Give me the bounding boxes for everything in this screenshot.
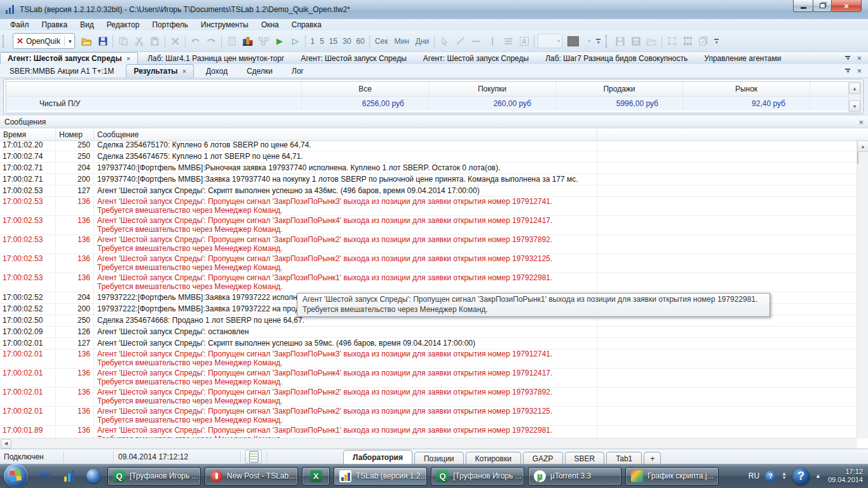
close-tab-icon[interactable]: ×: [857, 66, 862, 76]
taskbar-window-6[interactable]: µµTorrent 3.3: [528, 467, 621, 485]
results-column-3[interactable]: Продажи: [556, 82, 683, 96]
minimize-button[interactable]: [793, 0, 813, 12]
menu-item-5[interactable]: Портфель: [146, 20, 194, 30]
toolbar-overflow-icon-2[interactable]: ▾: [714, 39, 719, 44]
inner-tab-4[interactable]: Сделки: [240, 65, 280, 78]
quicklaunch-app-icon[interactable]: [37, 468, 53, 484]
run-button[interactable]: ▶: [271, 33, 287, 49]
unit-button-2[interactable]: Мин: [391, 37, 412, 46]
message-row[interactable]: 17:00:02.71200197937740:[Фортфель ММВБ]:…: [0, 174, 857, 186]
unit-button-3[interactable]: Дни: [412, 37, 432, 46]
message-row[interactable]: 17:00:01.89136Агент 'Шестой запуск Спред…: [0, 426, 857, 438]
unit-button-1[interactable]: Сек: [372, 37, 391, 46]
workspace-tab-3[interactable]: Котировки: [466, 452, 521, 464]
menu-item-6[interactable]: Инструменты: [194, 20, 255, 30]
message-row[interactable]: 17:00:02.01136Агент 'Шестой запуск Спред…: [0, 407, 857, 426]
results-column-1[interactable]: Все: [302, 82, 429, 96]
menu-item-7[interactable]: Окна: [255, 20, 285, 30]
undo-button[interactable]: [187, 33, 203, 49]
message-row[interactable]: 17:00:02.71204197937740:[Фортфель ММВБ]:…: [0, 163, 857, 174]
hline-tool-button[interactable]: [468, 33, 484, 49]
menu-item-8[interactable]: Справка: [285, 20, 328, 30]
timeframe-button-1[interactable]: 1: [308, 37, 317, 46]
doc-tab-1[interactable]: Агент: Шестой запуск Спреды×: [0, 52, 138, 65]
workspace-tab-5[interactable]: SBER: [565, 452, 605, 464]
workspace-tab-1[interactable]: Лаборатория: [343, 450, 412, 464]
chevron-down-icon[interactable]: ▾: [69, 38, 72, 44]
doc-tab-3[interactable]: Агент: Шестой запуск Спреды: [294, 53, 413, 64]
language-indicator[interactable]: RU: [749, 471, 759, 480]
script-scheme-button[interactable]: [255, 33, 271, 49]
taskbar-window-2[interactable]: New Post - TSLab....: [205, 467, 298, 485]
connection-selector[interactable]: ✕ OpenQuik ▾: [13, 33, 75, 49]
message-row[interactable]: 17:00:02.74250Сделка 2354674675: Куплено…: [0, 151, 857, 163]
timeframe-button-5[interactable]: 5: [317, 37, 327, 46]
results-column-4[interactable]: Рынок: [683, 82, 810, 96]
close-tab-icon[interactable]: ×: [857, 53, 862, 63]
help-pinned-icon[interactable]: ?: [792, 468, 810, 485]
redo-button[interactable]: [203, 33, 219, 49]
menu-item-1[interactable]: Файл: [4, 20, 36, 30]
close-button[interactable]: ×: [831, 0, 862, 12]
toolbar-grip-2[interactable]: [606, 35, 609, 48]
cut-button[interactable]: [131, 33, 147, 49]
workspace-tab-2[interactable]: Позиции: [414, 452, 464, 464]
doc-tab-6[interactable]: Управление агентами: [697, 53, 788, 64]
text-tool-button[interactable]: A: [516, 33, 532, 49]
doc-tab-4[interactable]: Агент: Шестой запуск Спреды: [416, 53, 536, 64]
message-row[interactable]: 17:00:02.01136Агент 'Шестой запуск Спред…: [0, 369, 857, 388]
clock[interactable]: 17:12 09.04.2014: [827, 468, 863, 484]
restore-button[interactable]: [813, 0, 832, 12]
log-shortcut[interactable]: [245, 449, 262, 464]
doc-tab-2[interactable]: Лаб: Шаг4.1 Разница цен минуток-торг: [140, 53, 291, 64]
message-row[interactable]: 17:00:02.53136Агент 'Шестой запуск Спред…: [0, 235, 857, 254]
show-hidden-icons[interactable]: ▲▾: [782, 472, 787, 480]
column-header-message[interactable]: Сообщение: [94, 128, 597, 140]
timeframe-button-30[interactable]: 30: [340, 37, 353, 46]
workspace-tab-4[interactable]: GAZP: [523, 452, 563, 464]
column-header-time[interactable]: Время: [0, 128, 56, 140]
messages-horizontal-scrollbar[interactable]: ◀: [0, 438, 857, 449]
close-panel-icon[interactable]: ×: [858, 118, 864, 127]
timeframe-button-15[interactable]: 15: [327, 37, 340, 46]
copies-button[interactable]: [696, 33, 712, 49]
chart-button[interactable]: [240, 33, 255, 49]
toolbar-grip[interactable]: [3, 35, 6, 48]
save-button[interactable]: [95, 33, 111, 49]
toolbar-overflow-icon[interactable]: ▾: [596, 39, 600, 44]
tab-list-icon[interactable]: ▾: [845, 56, 850, 60]
message-row[interactable]: 17:00:02.53136Агент 'Шестой запуск Спред…: [0, 254, 857, 273]
copy-button[interactable]: [115, 33, 131, 49]
message-row[interactable]: 17:00:02.09126Агент 'Шестой запуск Спред…: [0, 327, 857, 338]
message-row[interactable]: 17:00:02.01136Агент 'Шестой запуск Спред…: [0, 349, 857, 369]
inner-tab-1[interactable]: SBER:ММВБ Акции А1 Т+:1М: [3, 65, 121, 78]
select-all-button[interactable]: [680, 33, 696, 49]
open-button[interactable]: [79, 33, 95, 49]
message-row[interactable]: 17:00:02.01136Агент 'Шестой запуск Спред…: [0, 388, 857, 407]
taskbar-window-3[interactable]: X: [302, 467, 330, 485]
message-row[interactable]: 17:00:02.53136Агент 'Шестой запуск Спред…: [0, 273, 857, 292]
doc-tab-5[interactable]: Лаб: Шаг7 Разница бидов Совокупность: [538, 53, 695, 64]
taskbar-window-4[interactable]: TSLab (версия 1.2....: [334, 467, 427, 485]
run-step-button[interactable]: ▷: [287, 33, 303, 49]
inner-tab-5[interactable]: Лог: [285, 65, 311, 78]
taskbar-window-1[interactable]: Q[Труфанов Игорь ...: [107, 467, 201, 485]
menu-item-3[interactable]: Вид: [74, 20, 100, 30]
close-tab-icon[interactable]: ×: [182, 67, 186, 75]
scroll-left-icon[interactable]: ◀: [1, 439, 11, 449]
select-region-button[interactable]: [664, 33, 680, 49]
scroll-down-icon[interactable]: ▼: [849, 100, 860, 112]
inner-tab-2[interactable]: Результаты×: [126, 64, 194, 78]
taskbar-window-5[interactable]: Q[Труфанов Игорь ...: [431, 467, 524, 485]
fibo-tool-button[interactable]: [500, 33, 516, 49]
results-column-2[interactable]: Покупки: [429, 82, 556, 96]
messages-vertical-scrollbar[interactable]: ▲: [857, 140, 868, 438]
timeframe-button-60[interactable]: 60: [354, 37, 367, 46]
tab-list-icon[interactable]: ▾: [845, 69, 850, 73]
scroll-up-icon[interactable]: ▲: [857, 140, 868, 152]
open-layout-button[interactable]: [644, 33, 660, 49]
menu-item-4[interactable]: Редактор: [100, 20, 146, 30]
message-row[interactable]: 17:01:02.20250Сделка 2354675170: Куплено…: [0, 140, 857, 151]
trendline-tool-button[interactable]: [452, 33, 468, 49]
add-workspace-tab[interactable]: +: [644, 452, 661, 464]
